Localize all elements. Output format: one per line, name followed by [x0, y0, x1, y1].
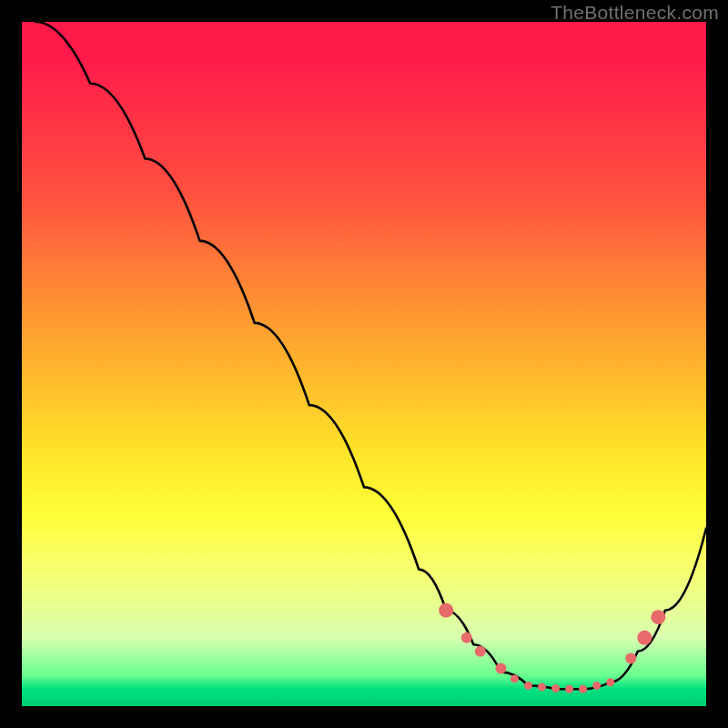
curve-marker — [439, 603, 453, 618]
curve-marker — [625, 652, 636, 663]
curve-marker — [651, 610, 665, 624]
curve-marker — [606, 678, 614, 686]
curve-marker — [592, 682, 601, 690]
curve-marker — [637, 631, 652, 645]
curve-marker — [538, 682, 546, 691]
curve-marker — [495, 663, 506, 674]
curve-marker — [511, 674, 519, 682]
chart-svg — [22, 22, 706, 706]
curve-marker — [475, 646, 486, 657]
plot-area — [22, 22, 706, 706]
bottleneck-curve — [35, 22, 706, 689]
curve-marker — [565, 685, 573, 693]
chart-frame: TheBottleneck.com — [0, 0, 728, 728]
curve-marker — [524, 682, 532, 690]
curve-marker — [579, 685, 587, 693]
curve-markers — [439, 603, 665, 693]
watermark-text: TheBottleneck.com — [551, 2, 719, 24]
curve-marker — [551, 684, 560, 693]
curve-marker — [461, 632, 472, 643]
